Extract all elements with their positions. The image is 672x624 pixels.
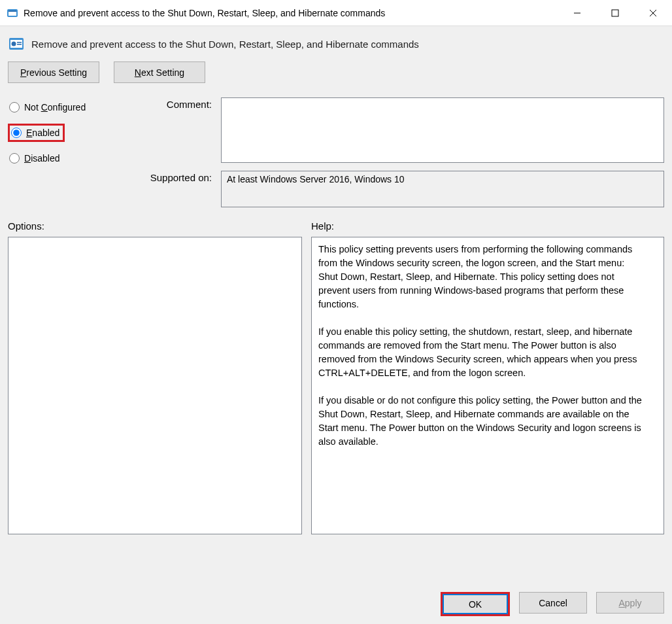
apply-button: Apply [596, 592, 664, 614]
supported-on-label: Supported on: [129, 171, 221, 183]
comment-textarea[interactable] [221, 97, 664, 163]
policy-title: Remove and prevent access to the Shut Do… [31, 39, 419, 50]
options-label: Options: [8, 220, 302, 232]
next-setting-button[interactable]: Next Setting [114, 61, 205, 83]
supported-on-field [221, 171, 664, 207]
maximize-button[interactable] [596, 0, 634, 26]
svg-rect-10 [17, 42, 22, 43]
help-pane[interactable]: This policy setting prevents users from … [311, 237, 664, 534]
radio-disabled[interactable]: Disabled [8, 151, 129, 165]
svg-rect-4 [612, 10, 618, 16]
ok-button-highlight: OK [441, 592, 510, 616]
radio-not-configured[interactable]: Not Configured [8, 100, 129, 114]
svg-rect-11 [17, 44, 22, 45]
minimize-button[interactable] [558, 0, 596, 26]
close-button[interactable] [634, 0, 672, 26]
svg-point-9 [12, 42, 16, 46]
svg-rect-2 [8, 10, 16, 12]
svg-line-6 [650, 10, 656, 16]
radio-enabled[interactable]: Enabled [8, 124, 65, 142]
svg-line-5 [650, 10, 656, 16]
window-title: Remove and prevent access to the Shut Do… [24, 8, 558, 18]
help-label: Help: [311, 220, 664, 232]
cancel-button[interactable]: Cancel [519, 592, 587, 614]
title-bar: Remove and prevent access to the Shut Do… [0, 0, 672, 26]
policy-icon [8, 35, 25, 52]
ok-button[interactable]: OK [443, 594, 508, 614]
window-controls [558, 0, 672, 26]
policy-header: Remove and prevent access to the Shut Do… [8, 35, 664, 52]
comment-label: Comment: [129, 97, 221, 110]
app-icon [7, 7, 18, 19]
options-pane [8, 237, 302, 534]
previous-setting-button[interactable]: Previous Setting [8, 61, 99, 83]
